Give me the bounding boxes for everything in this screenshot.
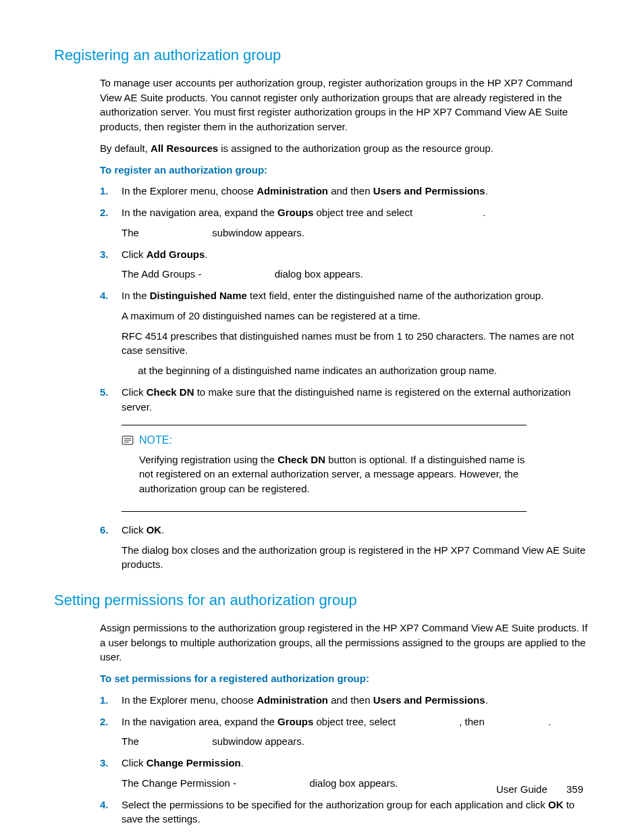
note-body: Verifying registration using the Check D… bbox=[139, 452, 527, 496]
text: , then bbox=[459, 716, 487, 727]
note-label: NOTE: bbox=[139, 432, 172, 448]
page-number: 359 bbox=[566, 783, 583, 795]
step-1: 1. In the Explorer menu, choose Administ… bbox=[100, 184, 590, 199]
note-heading: NOTE: bbox=[122, 432, 527, 448]
step-number: 4. bbox=[100, 288, 109, 303]
text: . bbox=[483, 207, 485, 218]
bold-administration: Administration bbox=[257, 694, 328, 706]
text: at the beginning of a distinguished name… bbox=[135, 365, 497, 376]
text: . bbox=[241, 757, 244, 768]
intro-paragraph: To manage user accounts per authorizatio… bbox=[100, 76, 590, 134]
bold-groups: Groups bbox=[277, 207, 313, 218]
bold-check-dn: Check DN bbox=[146, 386, 194, 398]
text: Click bbox=[122, 249, 146, 260]
text: . bbox=[485, 694, 488, 706]
step-number: 5. bbox=[100, 385, 109, 400]
step-2: 2. In the navigation area, expand the Gr… bbox=[100, 205, 590, 240]
step-number: 1. bbox=[100, 184, 109, 199]
text: Click bbox=[122, 757, 146, 768]
bold-groups: Groups bbox=[277, 716, 313, 727]
text: and then bbox=[328, 185, 373, 197]
text: The Add Groups - bbox=[122, 268, 205, 280]
bold-ok: OK bbox=[146, 524, 162, 536]
text: RFC 4514 prescribes that distinguished n… bbox=[122, 329, 590, 359]
text: object tree and select bbox=[313, 207, 415, 218]
section1-body: To manage user accounts per authorizatio… bbox=[100, 76, 590, 572]
procedure-list: 1. In the Explorer menu, choose Administ… bbox=[100, 184, 590, 414]
step-1: 1. In the Explorer menu, choose Administ… bbox=[100, 693, 590, 708]
text: subwindow appears. bbox=[209, 227, 304, 238]
step-number: 6. bbox=[100, 523, 109, 538]
bold-users-permissions: Users and Permissions bbox=[373, 694, 485, 706]
text: The bbox=[122, 735, 142, 747]
step-number: 3. bbox=[100, 756, 109, 771]
text: object tree, select bbox=[313, 716, 398, 727]
bold-add-groups: Add Groups bbox=[146, 249, 205, 260]
bold-check-dn: Check DN bbox=[277, 454, 325, 465]
text: Verifying registration using the bbox=[139, 454, 277, 465]
step-4: 4. Select the permissions to be specifie… bbox=[100, 798, 590, 827]
text: In the Explorer menu, choose bbox=[122, 694, 257, 706]
step-2: 2. In the navigation area, expand the Gr… bbox=[100, 714, 590, 750]
step-number: 4. bbox=[100, 798, 109, 812]
text: A maximum of 20 distinguished names can … bbox=[122, 309, 590, 323]
procedure-list: 1. In the Explorer menu, choose Administ… bbox=[100, 693, 590, 827]
text: Select the permissions to be specified f… bbox=[122, 799, 548, 810]
step-3: 3. Click Add Groups. The Add Groups - di… bbox=[100, 247, 590, 282]
text: The bbox=[122, 227, 142, 238]
text: In the Explorer menu, choose bbox=[122, 185, 257, 197]
procedure-list-cont: 6. Click OK. The dialog box closes and t… bbox=[100, 523, 590, 572]
text: and then bbox=[328, 694, 373, 706]
text: . bbox=[161, 524, 164, 536]
bold-users-permissions: Users and Permissions bbox=[373, 185, 485, 197]
text: . bbox=[205, 249, 207, 260]
intro-paragraph: Assign permissions to the authorization … bbox=[100, 621, 590, 664]
text: dialog box appears. bbox=[306, 777, 398, 789]
bold-all-resources: All Resources bbox=[151, 142, 218, 154]
bold-distinguished-name: Distinguished Name bbox=[150, 290, 247, 301]
step-number: 2. bbox=[100, 714, 109, 729]
procedure-heading: To set permissions for a registered auth… bbox=[100, 671, 590, 686]
text: dialog box appears. bbox=[272, 268, 363, 280]
text: text field, enter the distinguished name… bbox=[247, 290, 543, 301]
note-icon bbox=[122, 436, 134, 445]
step-number: 3. bbox=[100, 247, 109, 262]
step-4: 4. In the Distinguished Name text field,… bbox=[100, 288, 590, 378]
text: is assigned to the authorization group a… bbox=[218, 142, 493, 154]
text: subwindow appears. bbox=[209, 735, 304, 747]
text: The Change Permission - bbox=[122, 777, 239, 789]
text: Click bbox=[122, 524, 146, 536]
default-paragraph: By default, All Resources is assigned to… bbox=[100, 141, 590, 156]
section-heading-registering: Registering an authorization group bbox=[54, 45, 590, 66]
section-heading-setting-permissions: Setting permissions for an authorization… bbox=[54, 590, 590, 611]
page-footer: User Guide 359 bbox=[496, 782, 583, 797]
footer-label: User Guide bbox=[496, 783, 547, 795]
note-box: NOTE: Verifying registration using the C… bbox=[122, 425, 527, 511]
text: In the bbox=[122, 290, 150, 301]
step-number: 1. bbox=[100, 693, 109, 708]
text: The dialog box closes and the authorizat… bbox=[122, 543, 590, 573]
text: In the navigation area, expand the bbox=[122, 716, 277, 727]
text: By default, bbox=[100, 142, 151, 154]
text: Click bbox=[122, 386, 146, 398]
step-6: 6. Click OK. The dialog box closes and t… bbox=[100, 523, 590, 572]
text: . bbox=[485, 185, 488, 197]
step-5: 5. Click Check DN to make sure that the … bbox=[100, 385, 590, 415]
bold-change-permission: Change Permission bbox=[146, 757, 241, 768]
bold-administration: Administration bbox=[257, 185, 328, 197]
text: In the navigation area, expand the bbox=[122, 207, 277, 218]
bold-ok: OK bbox=[548, 799, 564, 810]
text: . bbox=[548, 716, 551, 727]
procedure-heading: To register an authorization group: bbox=[100, 163, 590, 178]
step-number: 2. bbox=[100, 205, 109, 220]
